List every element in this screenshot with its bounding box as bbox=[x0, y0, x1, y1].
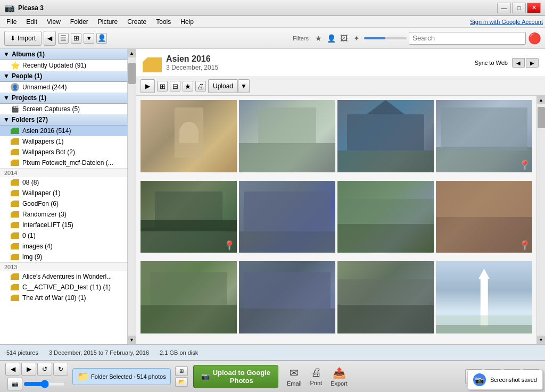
sidebar-item-screen-captures[interactable]: 🎬 Screen Captures (5) bbox=[0, 104, 127, 114]
sync-toggle[interactable]: ◀ ▶ bbox=[512, 58, 539, 68]
slideshow-button[interactable]: ▶ bbox=[141, 79, 155, 93]
star-action-button[interactable]: ★ bbox=[183, 81, 193, 91]
photo-7[interactable] bbox=[337, 181, 434, 253]
filter-slider[interactable] bbox=[364, 37, 407, 39]
mosaic-button[interactable]: ⊟ bbox=[170, 81, 180, 91]
albums-section-header[interactable]: ▼ Albums (1) bbox=[0, 49, 127, 60]
menu-file[interactable]: File bbox=[2, 17, 21, 27]
email-action[interactable]: ✉ Email bbox=[287, 366, 302, 387]
sidebar-item-recently-updated[interactable]: ⭐ Recently Updated (91) bbox=[0, 60, 127, 71]
collage-button[interactable]: ⊞ bbox=[157, 81, 168, 91]
sync-off-button[interactable]: ▶ bbox=[526, 58, 539, 68]
sidebar-item-wallpapers[interactable]: Wallpapers (1) bbox=[0, 136, 127, 147]
view-toggle-button[interactable]: ▾ bbox=[84, 33, 94, 44]
upload-action-button[interactable]: Upload bbox=[208, 79, 238, 93]
sidebar-item-interfacelift[interactable]: InterfaceLIFT (15) bbox=[0, 220, 127, 230]
filter-special-icon[interactable]: ✦ bbox=[351, 33, 362, 44]
folder-wallpapers-icon bbox=[11, 137, 19, 146]
photo-6[interactable] bbox=[239, 181, 335, 253]
nav-next-button[interactable]: ▶ bbox=[21, 363, 36, 376]
photo-9[interactable] bbox=[141, 261, 237, 333]
photo-11[interactable] bbox=[337, 261, 434, 333]
print-action-button[interactable]: 🖨 bbox=[195, 81, 206, 91]
filter-image-icon[interactable]: 🖼 bbox=[338, 33, 349, 44]
sidebar-item-wallpapers-bot[interactable]: Wallpapers Bot (2) bbox=[0, 147, 127, 157]
content-scroll-track[interactable] bbox=[537, 104, 545, 336]
sync-on-button[interactable]: ◀ bbox=[512, 58, 525, 68]
sidebar-scroll-down[interactable]: ▼ bbox=[128, 336, 136, 344]
sidebar-item-goodfon[interactable]: GoodFon (6) bbox=[0, 198, 127, 209]
print-action[interactable]: 🖨 Print bbox=[310, 366, 323, 386]
sidebar-item-zero[interactable]: 0 (1) bbox=[0, 230, 127, 241]
sidebar-scroll-up[interactable]: ▲ bbox=[128, 49, 136, 57]
menu-create[interactable]: Create bbox=[123, 17, 151, 27]
thumbnail-view-button[interactable]: ⊞ bbox=[175, 366, 188, 376]
zoom-out-button[interactable]: 📷 bbox=[7, 378, 22, 390]
photo-2[interactable] bbox=[239, 100, 335, 172]
sidebar-item-img[interactable]: img (9) bbox=[0, 252, 127, 262]
sidebar-scrollbar[interactable]: ▲ ▼ bbox=[128, 49, 136, 344]
menu-help[interactable]: Help bbox=[176, 17, 198, 27]
filter-person-icon[interactable]: 👤 bbox=[326, 33, 336, 44]
zoom-slider[interactable] bbox=[23, 381, 66, 387]
sidebar-item-wallpaper[interactable]: Wallpaper (1) bbox=[0, 188, 127, 198]
sidebar-item-randomizer[interactable]: Randomizer (3) bbox=[0, 209, 127, 220]
sidebar-item-images[interactable]: images (4) bbox=[0, 241, 127, 252]
location-pin-8: 📍 bbox=[519, 240, 530, 251]
import-button[interactable]: ⬇ Import bbox=[4, 31, 42, 46]
sidebar-item-pixum[interactable]: Pixum Fotowelt_mcf-Dateien (... bbox=[0, 157, 127, 168]
minimize-button[interactable]: — bbox=[497, 3, 511, 13]
maximize-button[interactable]: □ bbox=[512, 3, 526, 13]
folder-pixum-icon bbox=[11, 159, 19, 167]
person-avatar-icon: 👤 bbox=[11, 83, 19, 91]
sign-in-link[interactable]: Sign in with Google Account bbox=[470, 19, 543, 25]
menu-view[interactable]: View bbox=[43, 17, 65, 27]
content-scroll-down[interactable]: ▼ bbox=[537, 336, 545, 344]
sidebar-item-artofwar[interactable]: The Art of War (10) (1) bbox=[0, 293, 127, 303]
menu-tools[interactable]: Tools bbox=[152, 17, 175, 27]
filter-star-icon[interactable]: ★ bbox=[313, 33, 324, 44]
upload-dropdown-button[interactable]: ▼ bbox=[238, 79, 250, 93]
rotate-left-button[interactable]: ↺ bbox=[37, 363, 52, 376]
sidebar-item-cactive[interactable]: C__ACTIVE_ADD_test (11) (1) bbox=[0, 282, 127, 293]
photo-1[interactable] bbox=[141, 100, 237, 172]
photo-3[interactable] bbox=[337, 100, 434, 172]
sidebar-scroll-track[interactable] bbox=[128, 57, 136, 336]
folder-alice-label: Alice's Adventures in Wonderl... bbox=[22, 273, 112, 280]
content-scroll-up[interactable]: ▲ bbox=[537, 96, 545, 104]
nav-prev-button[interactable]: ◀ bbox=[5, 363, 20, 376]
folders-section-header[interactable]: ▼ Folders (27) bbox=[0, 114, 127, 126]
photo-5[interactable]: 📍 bbox=[141, 181, 237, 253]
folder-view-button[interactable]: 📂 bbox=[175, 377, 188, 387]
photo-8[interactable]: 📍 bbox=[436, 181, 532, 253]
upload-to-google-button[interactable]: 📷 Upload to GooglePhotos bbox=[193, 365, 278, 388]
app-title: Picasa 3 bbox=[18, 4, 44, 12]
grid-view-button[interactable]: ⊞ bbox=[71, 33, 81, 44]
photo-4[interactable]: 📍 bbox=[436, 100, 532, 172]
export-action[interactable]: 📤 Export bbox=[331, 366, 348, 387]
rotate-right-button[interactable]: ↻ bbox=[53, 363, 68, 376]
menu-edit[interactable]: Edit bbox=[22, 17, 42, 27]
close-button[interactable]: ✕ bbox=[527, 3, 541, 13]
sidebar-item-asien-2016[interactable]: Asien 2016 (514) bbox=[0, 126, 127, 136]
sidebar-item-08[interactable]: 08 (8) bbox=[0, 177, 127, 188]
people-button[interactable]: 👤 bbox=[96, 33, 107, 44]
folder-badge-text: Folder Selected · 514 photos bbox=[91, 373, 166, 380]
sidebar-item-alice[interactable]: Alice's Adventures in Wonderl... bbox=[0, 271, 127, 282]
filters-label: Filters bbox=[293, 35, 309, 41]
folder-interfacelift-icon bbox=[11, 221, 19, 229]
list-view-button[interactable]: ☰ bbox=[58, 33, 69, 44]
photo-12[interactable] bbox=[436, 261, 532, 333]
content-scrollbar[interactable]: ▲ ▼ bbox=[536, 96, 545, 344]
photo-10[interactable] bbox=[239, 261, 335, 333]
people-section-header[interactable]: ▼ People (1) bbox=[0, 71, 127, 82]
search-input[interactable] bbox=[409, 32, 526, 45]
nav-back-button[interactable]: ◀ bbox=[44, 31, 56, 46]
menu-folder[interactable]: Folder bbox=[66, 17, 93, 27]
google-icon[interactable]: 🔴 bbox=[528, 32, 541, 45]
sidebar-item-unnamed[interactable]: 👤 Unnamed (244) bbox=[0, 82, 127, 93]
menu-picture[interactable]: Picture bbox=[94, 17, 122, 27]
content-scroll-thumb[interactable] bbox=[538, 107, 545, 128]
projects-section-header[interactable]: ▼ Projects (1) bbox=[0, 93, 127, 104]
sidebar-scroll-thumb[interactable] bbox=[128, 63, 136, 84]
